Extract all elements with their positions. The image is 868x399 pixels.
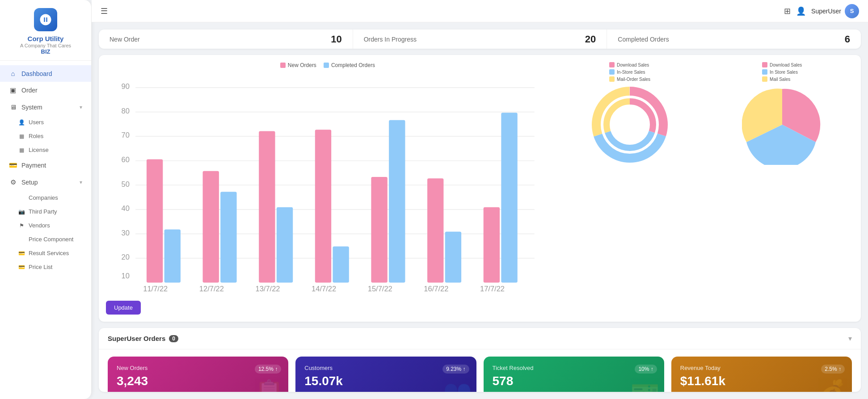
sidebar-item-third-party[interactable]: 📷 Third Party <box>9 205 91 218</box>
donut1-legend: Download Sales In-Store Sales Mail-Order… <box>609 62 650 82</box>
metric-bg-icon-new-orders: 📋 <box>255 378 284 392</box>
sidebar-item-license[interactable]: ▦ License <box>9 143 91 157</box>
svg-text:30: 30 <box>122 229 130 237</box>
sidebar-item-price-component[interactable]: Price Component <box>9 232 91 246</box>
metric-bg-icon-revenue-today: 💰 <box>818 378 847 392</box>
sidebar-logo: Corp Utility A Company That Cares BIZ <box>0 0 91 61</box>
sidebar-item-result-services[interactable]: 💳 Result Services <box>9 246 91 260</box>
vendors-icon: ⚑ <box>18 223 25 229</box>
orders-in-progress-value: 20 <box>585 34 596 45</box>
vendors-label: Vendors <box>29 222 50 229</box>
third-party-label: Third Party <box>29 208 57 215</box>
bar-chart-legend: New Orders Completed Orders <box>106 62 549 68</box>
topbar: ☰ ⊞ 👤 SuperUser S <box>92 0 868 22</box>
grid-icon[interactable]: ⊞ <box>784 6 791 16</box>
donut-chart-1: Download Sales In-Store Sales Mail-Order… <box>558 62 702 165</box>
svg-rect-30 <box>501 113 517 283</box>
sidebar-payment-label: Payment <box>21 162 46 169</box>
svg-point-44 <box>614 109 645 140</box>
sidebar-nav: ⌂ Dashboard ▣ Order 🖥 System ▾ 👤 Users <box>0 61 91 390</box>
svg-rect-23 <box>315 130 331 283</box>
superuser-badge: 0 <box>169 335 178 342</box>
svg-rect-27 <box>427 179 443 283</box>
donut2-svg <box>742 84 822 165</box>
donut2-legend: Download Sales In Store Sales Mail Sales <box>762 62 802 82</box>
svg-text:60: 60 <box>122 155 130 164</box>
svg-text:11/7/22: 11/7/22 <box>143 285 168 294</box>
svg-rect-28 <box>445 232 461 283</box>
sidebar-item-setup[interactable]: ⚙ Setup ▾ <box>0 174 91 191</box>
system-chevron-icon: ▾ <box>80 104 82 110</box>
svg-rect-20 <box>220 192 236 283</box>
sidebar-item-users[interactable]: 👤 Users <box>9 115 91 129</box>
sidebar-item-dashboard[interactable]: ⌂ Dashboard <box>0 65 91 82</box>
users-label: Users <box>29 119 44 126</box>
sidebar-item-roles[interactable]: ▦ Roles <box>9 129 91 143</box>
donut-charts-area: Download Sales In-Store Sales Mail-Order… <box>558 62 854 165</box>
companies-label: Companies <box>29 194 58 201</box>
sidebar-item-order[interactable]: ▣ Order <box>0 82 91 99</box>
sidebar-item-companies[interactable]: Companies <box>9 191 91 205</box>
superuser-header: SuperUser Orders 0 ▾ <box>99 328 861 349</box>
sidebar-order-label: Order <box>21 87 38 94</box>
collapse-icon[interactable]: ▾ <box>848 334 852 343</box>
legend-new-orders: New Orders <box>280 62 316 68</box>
svg-rect-22 <box>277 207 293 283</box>
sidebar-item-vendors[interactable]: ⚑ Vendors <box>9 218 91 232</box>
dashboard-icon: ⌂ <box>9 70 17 77</box>
system-icon: 🖥 <box>9 103 17 111</box>
license-icon: ▦ <box>18 147 25 153</box>
svg-text:40: 40 <box>122 204 130 213</box>
metric-card-ticket-resolved: Ticket Resolved 578 10% ↑ 🎫 <box>484 357 664 392</box>
svg-text:20: 20 <box>122 253 130 262</box>
donut1-svg <box>590 84 670 165</box>
sidebar-item-system[interactable]: 🖥 System ▾ <box>0 99 91 115</box>
hamburger-button[interactable]: ☰ <box>101 6 108 16</box>
svg-rect-26 <box>389 120 405 283</box>
result-services-icon: 💳 <box>18 250 25 256</box>
topbar-user: SuperUser S <box>811 4 859 18</box>
metric-change-revenue-today: 2.5% ↑ <box>821 365 845 374</box>
svg-text:70: 70 <box>122 131 130 140</box>
metric-card-revenue-today: Revenue Today $11.61k 2.5% ↑ 💰 <box>671 357 852 392</box>
superuser-section: SuperUser Orders 0 ▾ New Orders 3,243 12… <box>99 328 861 392</box>
price-component-label: Price Component <box>29 236 73 243</box>
svg-rect-24 <box>333 247 349 283</box>
superuser-title: SuperUser Orders 0 <box>108 335 178 342</box>
username-label: SuperUser <box>811 8 841 15</box>
roles-icon: ▦ <box>18 133 25 139</box>
users-icon: 👤 <box>18 119 25 126</box>
bar-chart: 90 80 70 60 50 40 30 20 10 <box>106 73 549 294</box>
roles-label: Roles <box>29 133 43 139</box>
svg-text:80: 80 <box>122 107 130 115</box>
svg-text:15/7/22: 15/7/22 <box>368 285 392 294</box>
svg-text:50: 50 <box>122 180 130 189</box>
stat-new-order: New Order 10 <box>99 29 353 49</box>
svg-text:17/7/22: 17/7/22 <box>480 285 505 294</box>
payment-icon: 💳 <box>9 161 17 169</box>
user-avatar: S <box>845 4 859 18</box>
metric-change-customers: 9.23% ↑ <box>442 365 469 374</box>
company-biz: BIZ <box>41 48 51 55</box>
update-button[interactable]: Update <box>106 301 141 315</box>
main-content: ☰ ⊞ 👤 SuperUser S New Order 10 Orders In… <box>92 0 868 399</box>
metric-change-ticket-resolved: 10% ↑ <box>635 365 657 374</box>
charts-section: New Orders Completed Orders <box>99 55 861 322</box>
metric-bg-icon-customers: 👥 <box>443 378 472 392</box>
result-services-label: Result Services <box>29 250 69 256</box>
sidebar-item-price-list[interactable]: 💳 Price List <box>9 260 91 274</box>
sidebar-dashboard-label: Dashboard <box>21 70 52 77</box>
legend-completed-orders: Completed Orders <box>324 62 375 68</box>
svg-rect-25 <box>371 177 387 282</box>
sidebar-setup-label: Setup <box>21 179 38 186</box>
metric-title-revenue-today: Revenue Today <box>680 365 843 371</box>
company-tagline: A Company That Cares <box>20 43 71 48</box>
completed-orders-value: 6 <box>845 34 850 45</box>
page-content: New Order 10 Orders In Progress 20 Compl… <box>92 22 868 399</box>
third-party-icon: 📷 <box>18 209 25 215</box>
metric-card-new-orders: New Orders 3,243 12.5% ↑ 📋 <box>108 357 288 392</box>
company-name: Corp Utility <box>28 35 64 43</box>
sidebar-item-payment[interactable]: 💳 Payment <box>0 157 91 174</box>
logo-icon <box>34 8 57 31</box>
metric-title-ticket-resolved: Ticket Resolved <box>493 365 655 371</box>
